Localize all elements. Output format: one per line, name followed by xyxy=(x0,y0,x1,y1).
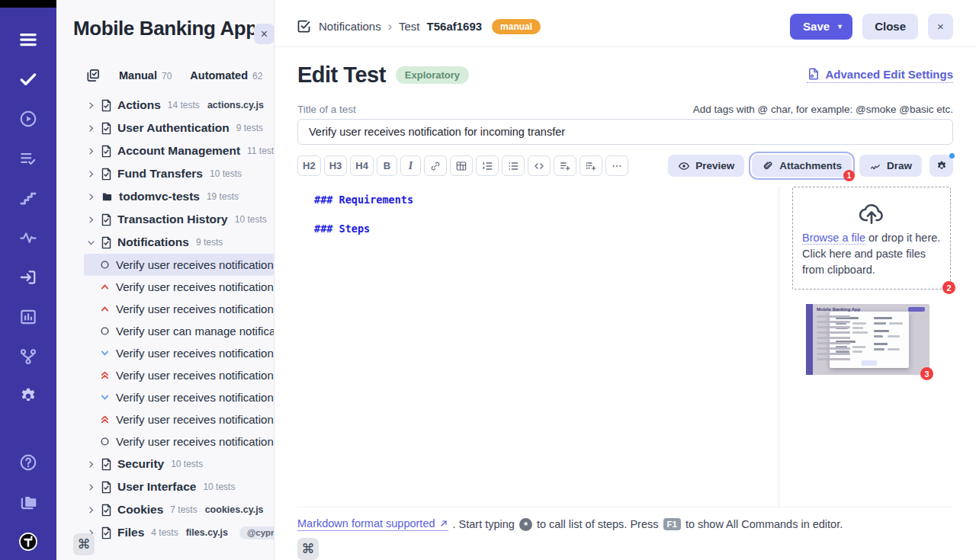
code-icon-button[interactable] xyxy=(528,155,551,176)
help-icon[interactable] xyxy=(18,452,39,473)
link-icon-button[interactable] xyxy=(424,155,447,176)
tree-test-row[interactable]: Verify user receives notification xyxy=(84,430,274,453)
insert-list-icon-button[interactable] xyxy=(554,155,576,176)
tree-test-row-selected[interactable]: Verify user receives notification xyxy=(84,254,274,276)
tree-test-row[interactable]: Verify user receives notification xyxy=(84,276,274,298)
eye-icon xyxy=(678,160,690,172)
chevron-right-icon[interactable] xyxy=(87,460,95,469)
attachment-thumbnail[interactable]: 3 Mobile Banking App xyxy=(806,304,929,375)
tree-suite-cookies[interactable]: Cookies7 testscookies.cy.js@cy xyxy=(56,498,274,521)
tree-suite-security[interactable]: Security10 tests xyxy=(56,453,274,475)
h4-button[interactable]: H4 xyxy=(350,155,374,176)
import-icon[interactable] xyxy=(18,267,39,288)
app-root: Mobile Banking App × Manual 70 Automated… xyxy=(0,0,976,560)
test-id: T56af1693 xyxy=(427,20,483,33)
chevron-right-icon[interactable] xyxy=(87,193,95,201)
priority-low-icon xyxy=(100,392,110,402)
thumbnail-decoration xyxy=(874,317,892,319)
check-icon[interactable] xyxy=(18,69,39,90)
menu-icon[interactable] xyxy=(18,29,39,50)
bullet-list-icon-button[interactable] xyxy=(502,155,525,176)
chevron-right-icon[interactable] xyxy=(87,170,95,178)
editor-settings-button[interactable] xyxy=(929,155,953,177)
thumbnail-decoration xyxy=(874,348,884,350)
cloud-upload-icon xyxy=(802,197,941,227)
tree-test-row[interactable]: Verify user receives notification xyxy=(84,386,274,408)
draw-button[interactable]: Draw xyxy=(859,155,922,177)
command-palette-button-editor[interactable]: ⌘ xyxy=(297,538,319,560)
chevron-right-icon[interactable] xyxy=(87,147,95,155)
more-icon-button[interactable] xyxy=(605,155,628,176)
file-icon xyxy=(101,213,112,226)
tree-suite-transaction-history[interactable]: Transaction History10 tests xyxy=(56,208,274,231)
list-check-icon[interactable] xyxy=(18,148,39,169)
doc-gear-icon xyxy=(807,67,820,81)
folder-icon xyxy=(101,191,114,203)
branch-icon[interactable] xyxy=(18,346,39,367)
close-x-button[interactable]: × xyxy=(928,14,953,40)
preview-button[interactable]: Preview xyxy=(668,155,744,177)
tab-manual[interactable]: Manual 70 xyxy=(119,69,172,82)
file-dropzone[interactable]: Browse a file or drop it here. Click her… xyxy=(792,187,951,290)
numbered-list-icon-button[interactable] xyxy=(476,155,499,176)
chevron-right-icon[interactable] xyxy=(87,124,95,133)
steps-icon[interactable] xyxy=(18,187,39,209)
star-key-badge: * xyxy=(519,518,532,531)
tree-test-row[interactable]: Verify user can manage notifications xyxy=(84,320,274,342)
tree-test-row[interactable]: Verify user receives notification xyxy=(84,298,274,320)
advanced-edit-settings-link[interactable]: Advanced Edit Settings xyxy=(807,67,953,83)
chart-icon[interactable] xyxy=(18,306,39,328)
h2-button[interactable]: H2 xyxy=(297,155,321,176)
tab-automated[interactable]: Automated 62 xyxy=(190,69,262,82)
play-circle-icon[interactable] xyxy=(18,108,39,130)
tree-suite-user-interface[interactable]: User Interface10 tests xyxy=(56,475,274,498)
thumbnail-decoration xyxy=(817,315,850,318)
breadcrumb-section[interactable]: Notifications xyxy=(319,20,381,33)
file-icon xyxy=(101,99,112,112)
tree-suite-todomvc-tests[interactable]: todomvc-tests19 tests xyxy=(56,185,274,208)
bold-button[interactable]: B xyxy=(377,155,397,176)
chevron-down-icon[interactable] xyxy=(87,238,95,247)
thumbnail-decoration xyxy=(908,307,925,312)
thumbnail-decoration xyxy=(817,337,850,339)
thumbnail-decoration xyxy=(852,350,862,353)
chevron-right-icon[interactable] xyxy=(87,483,95,491)
markdown-format-link[interactable]: Markdown format supported xyxy=(297,517,448,531)
activity-icon[interactable] xyxy=(18,227,39,248)
command-palette-button[interactable]: ⌘ xyxy=(73,533,95,555)
markdown-editor[interactable]: ### Requirements### Steps xyxy=(297,186,779,507)
attachments-button[interactable]: Attachments 1 xyxy=(752,155,852,177)
tree-test-row[interactable]: Verify user receives notification xyxy=(84,408,274,430)
f1-key-badge: F1 xyxy=(663,518,681,530)
priority-critical-icon xyxy=(100,414,110,424)
browse-file-link[interactable]: Browse a file xyxy=(802,232,865,245)
close-button[interactable]: Close xyxy=(862,14,918,40)
tree-suite-actions[interactable]: Actions14 testsactions.cy.js@cy xyxy=(56,94,274,117)
testomat-logo-icon[interactable] xyxy=(18,531,39,552)
thumbnail-decoration xyxy=(888,335,900,338)
chevron-right-icon[interactable] xyxy=(87,101,95,110)
tree-test-row[interactable]: Verify user receives notification xyxy=(84,364,274,386)
project-close-button[interactable]: × xyxy=(254,24,274,44)
settings-icon[interactable] xyxy=(18,386,39,407)
save-button[interactable]: Save ▾ xyxy=(790,14,852,40)
italic-button[interactable]: I xyxy=(400,155,421,176)
chevron-right-icon[interactable] xyxy=(87,216,95,224)
topbar: Notifications › Test T56af1693 manual Sa… xyxy=(274,0,976,47)
tree-suite-fund-transfers[interactable]: Fund Transfers10 tests xyxy=(56,162,274,185)
h3-button[interactable]: H3 xyxy=(324,155,348,176)
thumbnail-decoration xyxy=(817,331,850,334)
tree-suite-notifications[interactable]: Notifications9 tests xyxy=(56,231,274,254)
chevron-right-icon[interactable] xyxy=(87,506,95,514)
insert-steps-icon-button[interactable] xyxy=(580,155,602,176)
tree-test-row[interactable]: Verify user receives notification xyxy=(84,342,274,364)
tree-suite-user-authentication[interactable]: User Authentication9 tests xyxy=(56,117,274,139)
editor-footer-hint: Markdown format supported . Start typing… xyxy=(297,517,953,531)
thumbnail-decoration xyxy=(889,322,903,325)
projects-icon[interactable] xyxy=(18,491,39,513)
tree-suite-account-management[interactable]: Account Management11 tests xyxy=(56,139,274,162)
table-icon-button[interactable] xyxy=(450,155,473,176)
test-title-input[interactable] xyxy=(297,119,953,145)
caret-down-icon[interactable]: ▾ xyxy=(838,22,842,30)
priority-high-icon xyxy=(100,282,110,292)
